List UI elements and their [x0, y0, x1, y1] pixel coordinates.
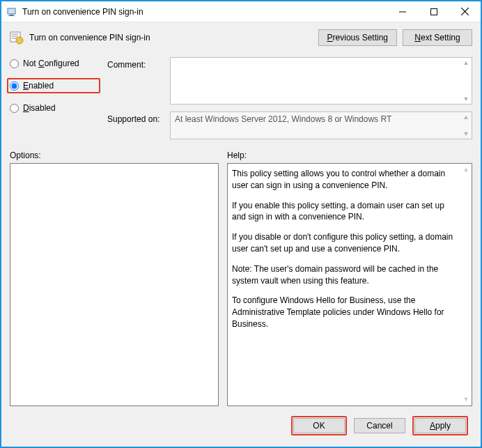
maximize-button[interactable]	[418, 1, 449, 22]
options-panel	[10, 163, 219, 406]
radio-disabled-input[interactable]	[10, 104, 19, 113]
dialog-footer: OK Cancel Apply	[10, 412, 472, 440]
gpo-dialog: Turn on convenience PIN sign-in Turn o	[0, 0, 482, 448]
help-label: Help:	[227, 150, 472, 160]
scrollbar[interactable]: ▲▼	[460, 112, 472, 139]
help-text: Note: The user's domain password will be…	[232, 263, 459, 287]
radio-label: Disabled	[23, 103, 56, 113]
apply-button[interactable]: Apply	[414, 418, 466, 433]
scrollbar[interactable]: ▲▼	[460, 58, 472, 104]
minimize-button[interactable]	[387, 1, 418, 22]
ok-highlight: OK	[291, 416, 347, 435]
radio-enabled-highlight: Enabled	[7, 78, 100, 93]
comment-field-container: ▲▼	[170, 57, 472, 105]
svg-rect-1	[10, 15, 13, 15]
app-icon	[7, 6, 18, 17]
comment-field[interactable]	[171, 58, 472, 104]
supported-label: Supported on:	[107, 111, 170, 124]
options-label: Options:	[10, 150, 219, 160]
state-radio-group: Not Configured Enabled Disabled	[10, 57, 100, 139]
help-text: If you enable this policy setting, a dom…	[232, 200, 459, 224]
radio-label: Enabled	[23, 81, 54, 91]
help-text: This policy setting allows you to contro…	[232, 168, 459, 192]
next-setting-button[interactable]: Next Setting	[403, 29, 472, 46]
supported-on-field: At least Windows Server 2012, Windows 8 …	[170, 111, 472, 139]
ok-button[interactable]: OK	[293, 418, 345, 433]
radio-not-configured-input[interactable]	[10, 59, 19, 68]
help-text: To configure Windows Hello for Business,…	[232, 295, 459, 330]
radio-enabled[interactable]: Enabled	[10, 81, 54, 91]
svg-rect-0	[8, 8, 15, 14]
radio-label: Not Configured	[23, 59, 79, 68]
window-title: Turn on convenience PIN sign-in	[22, 7, 143, 17]
supported-on-text: At least Windows Server 2012, Windows 8 …	[171, 112, 472, 126]
comment-label: Comment:	[107, 57, 170, 70]
policy-icon	[10, 31, 24, 45]
svg-rect-4	[430, 8, 437, 15]
close-button[interactable]	[449, 1, 481, 22]
policy-name: Turn on convenience PIN sign-in	[29, 33, 313, 43]
previous-setting-button[interactable]: Previous Setting	[318, 29, 397, 46]
help-text: If you disable or don't configure this p…	[232, 231, 459, 255]
radio-enabled-input[interactable]	[10, 82, 19, 91]
svg-point-11	[16, 37, 23, 44]
svg-rect-2	[8, 15, 15, 16]
radio-disabled[interactable]: Disabled	[10, 103, 100, 113]
apply-highlight: Apply	[412, 416, 468, 435]
radio-not-configured[interactable]: Not Configured	[10, 59, 100, 68]
titlebar: Turn on convenience PIN sign-in	[1, 1, 481, 22]
cancel-button[interactable]: Cancel	[354, 418, 405, 433]
help-panel: This policy setting allows you to contro…	[227, 163, 472, 406]
scrollbar[interactable]: ▲▼	[460, 164, 472, 405]
